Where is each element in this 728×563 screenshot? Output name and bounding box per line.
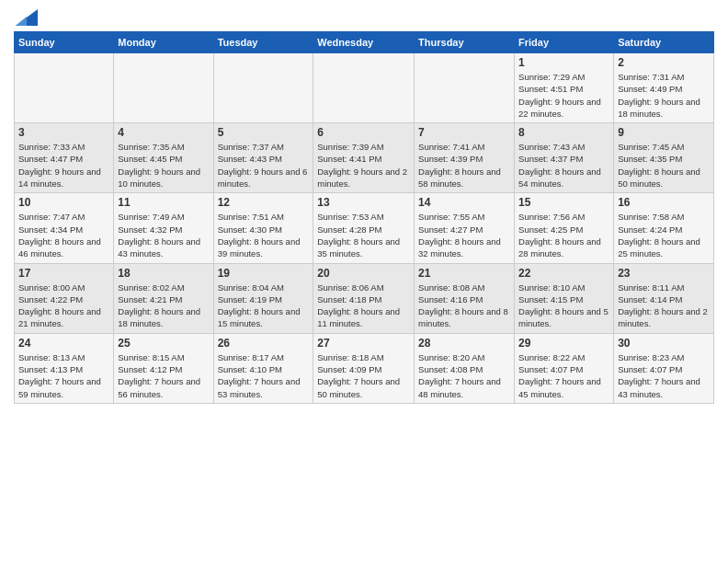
calendar-header-saturday: Saturday <box>614 32 714 53</box>
logo-icon <box>16 9 38 26</box>
calendar-cell: 5Sunrise: 7:37 AM Sunset: 4:43 PM Daylig… <box>213 123 313 193</box>
day-number: 29 <box>518 337 609 350</box>
calendar-cell: 13Sunrise: 7:53 AM Sunset: 4:28 PM Dayli… <box>313 193 415 263</box>
day-number: 28 <box>418 337 510 350</box>
day-info: Sunrise: 7:33 AM Sunset: 4:47 PM Dayligh… <box>18 141 109 190</box>
calendar-week-4: 17Sunrise: 8:00 AM Sunset: 4:22 PM Dayli… <box>15 263 714 333</box>
calendar: SundayMondayTuesdayWednesdayThursdayFrid… <box>14 31 714 404</box>
day-info: Sunrise: 7:47 AM Sunset: 4:34 PM Dayligh… <box>18 211 109 259</box>
header <box>14 9 714 26</box>
calendar-cell: 25Sunrise: 8:15 AM Sunset: 4:12 PM Dayli… <box>114 333 213 403</box>
logo-text <box>14 9 38 26</box>
day-number: 11 <box>118 196 209 209</box>
day-number: 30 <box>618 337 710 350</box>
calendar-cell <box>15 53 114 123</box>
calendar-cell: 22Sunrise: 8:10 AM Sunset: 4:15 PM Dayli… <box>515 263 614 333</box>
svg-marker-1 <box>16 17 27 26</box>
day-info: Sunrise: 7:45 AM Sunset: 4:35 PM Dayligh… <box>618 141 710 190</box>
day-info: Sunrise: 7:41 AM Sunset: 4:39 PM Dayligh… <box>418 141 510 190</box>
day-number: 6 <box>317 126 410 139</box>
day-info: Sunrise: 8:23 AM Sunset: 4:07 PM Dayligh… <box>618 351 710 400</box>
day-info: Sunrise: 7:51 AM Sunset: 4:30 PM Dayligh… <box>218 211 310 259</box>
day-info: Sunrise: 7:39 AM Sunset: 4:41 PM Dayligh… <box>317 141 410 190</box>
calendar-cell: 26Sunrise: 8:17 AM Sunset: 4:10 PM Dayli… <box>213 333 313 403</box>
calendar-cell: 1Sunrise: 7:29 AM Sunset: 4:51 PM Daylig… <box>515 53 614 123</box>
calendar-cell: 9Sunrise: 7:45 AM Sunset: 4:35 PM Daylig… <box>614 123 714 193</box>
calendar-cell: 30Sunrise: 8:23 AM Sunset: 4:07 PM Dayli… <box>614 333 714 403</box>
logo <box>14 9 38 26</box>
day-info: Sunrise: 7:43 AM Sunset: 4:37 PM Dayligh… <box>518 141 609 190</box>
day-number: 17 <box>18 267 109 280</box>
day-info: Sunrise: 8:00 AM Sunset: 4:22 PM Dayligh… <box>18 282 109 330</box>
calendar-cell <box>313 53 415 123</box>
calendar-cell: 18Sunrise: 8:02 AM Sunset: 4:21 PM Dayli… <box>114 263 213 333</box>
day-number: 4 <box>118 126 209 139</box>
day-number: 8 <box>518 126 609 139</box>
day-number: 1 <box>518 56 609 69</box>
day-number: 24 <box>18 337 109 350</box>
calendar-header-monday: Monday <box>114 32 213 53</box>
day-number: 13 <box>317 196 410 209</box>
day-number: 12 <box>218 196 310 209</box>
day-number: 10 <box>18 196 109 209</box>
day-info: Sunrise: 7:58 AM Sunset: 4:24 PM Dayligh… <box>618 211 710 259</box>
day-number: 19 <box>218 267 310 280</box>
day-number: 5 <box>218 126 310 139</box>
day-info: Sunrise: 7:53 AM Sunset: 4:28 PM Dayligh… <box>317 211 410 259</box>
day-info: Sunrise: 7:49 AM Sunset: 4:32 PM Dayligh… <box>118 211 209 259</box>
calendar-cell: 4Sunrise: 7:35 AM Sunset: 4:45 PM Daylig… <box>114 123 213 193</box>
calendar-cell: 15Sunrise: 7:56 AM Sunset: 4:25 PM Dayli… <box>515 193 614 263</box>
day-number: 16 <box>618 196 710 209</box>
day-info: Sunrise: 8:10 AM Sunset: 4:15 PM Dayligh… <box>518 282 609 330</box>
calendar-cell: 24Sunrise: 8:13 AM Sunset: 4:13 PM Dayli… <box>15 333 114 403</box>
calendar-cell <box>213 53 313 123</box>
day-info: Sunrise: 8:22 AM Sunset: 4:07 PM Dayligh… <box>518 351 609 400</box>
day-number: 21 <box>418 267 510 280</box>
calendar-header-wednesday: Wednesday <box>313 32 415 53</box>
calendar-cell: 28Sunrise: 8:20 AM Sunset: 4:08 PM Dayli… <box>415 333 515 403</box>
calendar-cell: 17Sunrise: 8:00 AM Sunset: 4:22 PM Dayli… <box>15 263 114 333</box>
calendar-cell: 10Sunrise: 7:47 AM Sunset: 4:34 PM Dayli… <box>15 193 114 263</box>
calendar-week-2: 3Sunrise: 7:33 AM Sunset: 4:47 PM Daylig… <box>15 123 714 193</box>
day-info: Sunrise: 7:29 AM Sunset: 4:51 PM Dayligh… <box>518 71 609 120</box>
page: SundayMondayTuesdayWednesdayThursdayFrid… <box>0 0 728 563</box>
day-info: Sunrise: 7:31 AM Sunset: 4:49 PM Dayligh… <box>618 71 710 120</box>
calendar-cell: 19Sunrise: 8:04 AM Sunset: 4:19 PM Dayli… <box>213 263 313 333</box>
day-number: 25 <box>118 337 209 350</box>
day-number: 7 <box>418 126 510 139</box>
calendar-cell: 29Sunrise: 8:22 AM Sunset: 4:07 PM Dayli… <box>515 333 614 403</box>
day-number: 20 <box>317 267 410 280</box>
calendar-cell: 21Sunrise: 8:08 AM Sunset: 4:16 PM Dayli… <box>415 263 515 333</box>
calendar-cell: 23Sunrise: 8:11 AM Sunset: 4:14 PM Dayli… <box>614 263 714 333</box>
day-number: 27 <box>317 337 410 350</box>
calendar-week-5: 24Sunrise: 8:13 AM Sunset: 4:13 PM Dayli… <box>15 333 714 403</box>
day-number: 15 <box>518 196 609 209</box>
calendar-cell: 12Sunrise: 7:51 AM Sunset: 4:30 PM Dayli… <box>213 193 313 263</box>
day-info: Sunrise: 8:17 AM Sunset: 4:10 PM Dayligh… <box>218 351 310 400</box>
calendar-cell: 8Sunrise: 7:43 AM Sunset: 4:37 PM Daylig… <box>515 123 614 193</box>
calendar-cell: 3Sunrise: 7:33 AM Sunset: 4:47 PM Daylig… <box>15 123 114 193</box>
calendar-cell <box>114 53 213 123</box>
day-number: 22 <box>518 267 609 280</box>
day-info: Sunrise: 8:04 AM Sunset: 4:19 PM Dayligh… <box>218 282 310 330</box>
day-number: 26 <box>218 337 310 350</box>
calendar-cell <box>415 53 515 123</box>
calendar-cell: 27Sunrise: 8:18 AM Sunset: 4:09 PM Dayli… <box>313 333 415 403</box>
day-info: Sunrise: 7:37 AM Sunset: 4:43 PM Dayligh… <box>218 141 310 190</box>
calendar-cell: 14Sunrise: 7:55 AM Sunset: 4:27 PM Dayli… <box>415 193 515 263</box>
calendar-cell: 11Sunrise: 7:49 AM Sunset: 4:32 PM Dayli… <box>114 193 213 263</box>
calendar-header-sunday: Sunday <box>15 32 114 53</box>
day-number: 3 <box>18 126 109 139</box>
day-info: Sunrise: 8:06 AM Sunset: 4:18 PM Dayligh… <box>317 282 410 330</box>
day-info: Sunrise: 8:11 AM Sunset: 4:14 PM Dayligh… <box>618 282 710 330</box>
day-number: 9 <box>618 126 710 139</box>
calendar-cell: 2Sunrise: 7:31 AM Sunset: 4:49 PM Daylig… <box>614 53 714 123</box>
day-info: Sunrise: 8:20 AM Sunset: 4:08 PM Dayligh… <box>418 351 510 400</box>
day-info: Sunrise: 8:15 AM Sunset: 4:12 PM Dayligh… <box>118 351 209 400</box>
calendar-week-3: 10Sunrise: 7:47 AM Sunset: 4:34 PM Dayli… <box>15 193 714 263</box>
calendar-cell: 6Sunrise: 7:39 AM Sunset: 4:41 PM Daylig… <box>313 123 415 193</box>
calendar-header-tuesday: Tuesday <box>213 32 313 53</box>
day-number: 2 <box>618 56 710 69</box>
calendar-week-1: 1Sunrise: 7:29 AM Sunset: 4:51 PM Daylig… <box>15 53 714 123</box>
calendar-cell: 20Sunrise: 8:06 AM Sunset: 4:18 PM Dayli… <box>313 263 415 333</box>
